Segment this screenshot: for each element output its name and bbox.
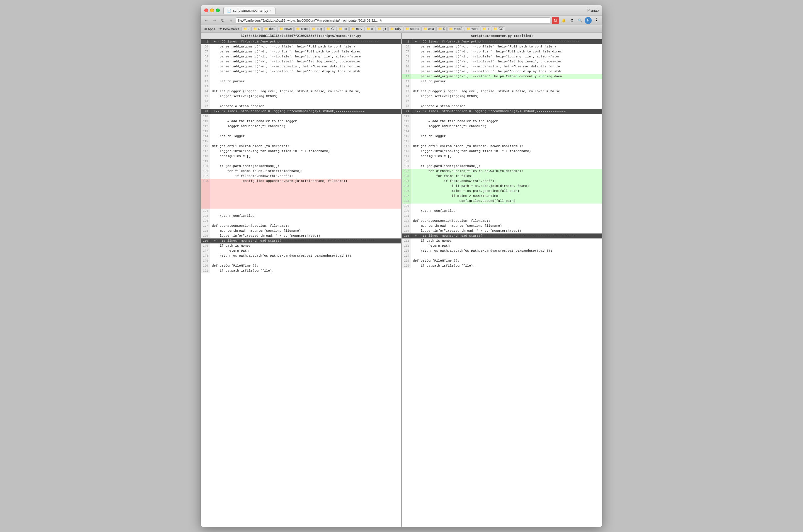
line-text: parser.add_argument('-d', '--confdir', h… [210,49,401,54]
extension-icon-1[interactable]: 🔔 [560,17,567,24]
line-text: configFiles.append(full_path) [411,198,602,204]
diff-line [201,194,401,198]
bookmark-gc[interactable]: 📁 GC [492,26,505,31]
diff-line: 131 [402,213,602,218]
line-number: 110 [201,114,210,119]
extension-icon-2[interactable]: ⚙ [568,17,575,24]
back-button[interactable]: ← [203,17,209,24]
line-number: 79 [402,109,411,114]
diff-line: 75 logger.setLevel(logging.DEBUG) [201,94,401,99]
diff-line: 124 [201,209,401,213]
right-diff-content[interactable]: 1 +-- 65 lines: #!/usr/bin/env python---… [402,39,602,527]
line-text: parser.add_argument('-v', '--loglevel', … [411,59,602,64]
menu-button[interactable]: ⋮ [593,17,600,24]
line-number: 111 [201,119,210,124]
bookmark-g[interactable]: 📁 G! [324,26,336,31]
left-diff-content[interactable]: 1 +-- 65 lines: #!/usr/bin/env python---… [201,39,401,527]
bookmarks-apps[interactable]: ⊞ Apps [203,26,217,31]
bookmark-deal[interactable]: 📁 deal [262,26,277,31]
line-number: 112 [402,119,411,124]
line-number: 116 [402,139,411,144]
diff-line: 78 +-- 32 lines: stdouthandler = logging… [201,109,401,114]
line-number [201,184,210,189]
line-text: def operateOnSection(section, filename): [210,224,401,228]
bookmark-cl[interactable]: 📁 cl [365,26,375,31]
line-number [201,189,210,194]
diff-line: 71 parser.add_argument('-o', '--nostdout… [402,69,602,74]
diff-line: 70 parser.add_argument('-m', '--macdefau… [402,64,602,69]
diff-line: 112 logger.addHandler(filehandler) [201,124,401,129]
line-text: parser.add_argument('-v', '--loglevel', … [210,59,401,64]
diff-line: 126 [201,218,401,224]
diff-line: 151 if path is None: [402,239,602,244]
bookmark-news[interactable]: 📁 news [278,26,294,31]
line-number: 123 [201,179,210,184]
line-number: 70 [402,64,411,69]
forward-button[interactable]: → [211,17,218,24]
bookmark-rally[interactable]: 📁 rally [388,26,403,31]
bookmark-ir[interactable]: 📁 ir [481,26,491,31]
line-number: 75 [402,89,411,94]
line-number: 156 [402,263,411,268]
line-number: 128 [201,228,210,233]
line-number: 119 [402,154,411,159]
line-text [210,259,401,263]
bookmark-csco[interactable]: 📁 csco [294,26,310,31]
bookmark-wea[interactable]: 📁 wea [422,26,436,31]
line-text: configFiles = [] [210,154,401,159]
line-text: logger.addHandler(filehandler) [411,124,602,129]
line-number: 135 [402,233,411,239]
bookmark-word[interactable]: 📁 word [465,26,480,31]
line-number: 147 [201,248,210,253]
line-text: logger.setLevel(logging.DEBUG) [411,94,602,99]
line-text [210,114,401,119]
line-text: if filename.endswith(".conf"): [210,174,401,179]
line-number: 126 [402,189,411,194]
line-text: return configFiles [411,209,602,213]
close-button[interactable] [204,8,208,12]
line-text: logger.setLevel(logging.DEBUG) [210,94,401,99]
line-number: 70 [201,64,210,69]
extension-icon-4[interactable]: N [585,17,592,24]
bookmark-star-icon[interactable]: ★ [379,18,382,22]
diff-line: 115 [201,139,401,144]
home-button[interactable]: ⌂ [228,17,234,24]
reload-button[interactable]: ↻ [220,17,226,24]
diff-line: 73 return parser [402,79,602,84]
diff-line: 73 [201,84,401,89]
diff-line: 118 configFiles = [] [201,154,401,159]
minimize-button[interactable] [210,8,214,12]
line-number: 77 [402,99,411,104]
bookmarks-main[interactable]: ★ Bookmarks [218,26,241,31]
bookmark-bug[interactable]: 📁 bug [310,26,324,31]
bookmark-dot[interactable]: 📁 . [242,26,251,31]
line-text [411,99,602,104]
traffic-lights [204,8,220,12]
line-number: 155 [402,259,411,263]
bookmark-voss2[interactable]: 📁 voss2 [447,26,464,31]
line-number [201,204,210,209]
line-text: def operateOnSection(section, filename): [411,218,602,224]
line-text: return os.path.abspath(os.path.expandvar… [210,253,401,259]
tab-close-button[interactable]: × [270,9,272,12]
line-number: 74 [201,89,210,94]
line-number: 146 [201,244,210,248]
address-bar[interactable]: file:///var/folders/f9/g2zjztxx0vx56_y4d… [236,17,550,24]
bookmark-git[interactable]: 📁 git [376,26,388,31]
line-text [210,204,401,209]
line-text: for dirname,subdirs,files in os.walk(fol… [411,169,602,174]
bookmark-sports[interactable]: 📁 sports [404,26,421,31]
mail-icon[interactable]: M [552,17,559,24]
extension-icon-3[interactable]: 🔍 [577,17,583,24]
diff-line: 135 +-- 16 lines: mounterthread.start()-… [402,233,602,239]
line-text: +-- 16 lines: mounterthread.start()-----… [411,233,602,239]
bookmark-dollar[interactable]: 📁 $ [436,26,447,31]
bookmark-mov[interactable]: 📁 mov [349,26,364,31]
maximize-button[interactable] [216,8,220,12]
diff-line: 129 [402,204,602,209]
bookmark-cc[interactable]: 📁 cc [337,26,349,31]
diff-line: 130 return configFiles [402,209,602,213]
active-tab[interactable]: 📄 scripts/macmounter.py × [223,7,276,14]
bookmark-dot-slash[interactable]: 📁 /. [251,26,262,31]
line-number: 75 [201,94,210,99]
